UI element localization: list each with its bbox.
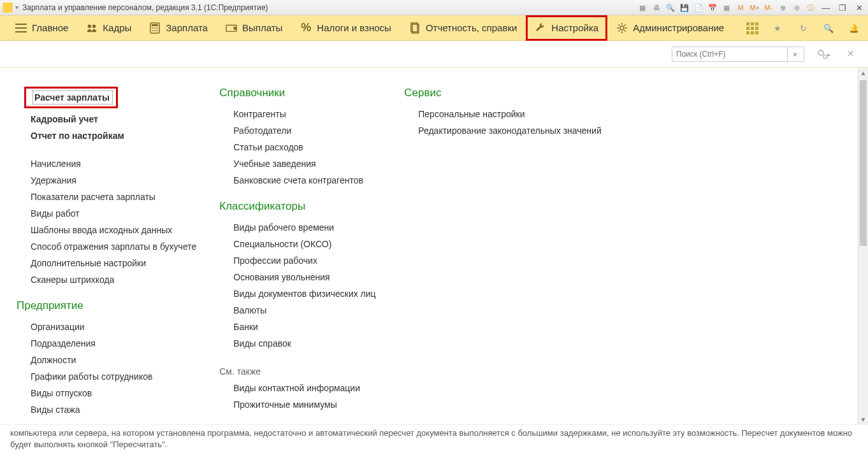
link-departments[interactable]: Подразделения: [13, 335, 196, 352]
toolbar-calendar-icon[interactable]: 📅: [707, 3, 718, 13]
menu-salary[interactable]: Зарплата: [140, 15, 217, 41]
main-menubar: Главное Кадры Зарплата Выплаты % Налоги …: [0, 15, 868, 41]
link-accounting-reflection[interactable]: Способ отражения зарплаты в бухучете: [13, 238, 196, 255]
link-salary-calc[interactable]: Расчет зарплаты: [33, 90, 113, 104]
apps-grid-icon[interactable]: [746, 22, 758, 34]
link-worker-professions[interactable]: Профессии рабочих: [215, 252, 381, 269]
search-clear-button[interactable]: ×: [787, 47, 802, 61]
svg-point-6: [157, 27, 158, 29]
toolbar-zoomin-icon[interactable]: ⊕: [778, 3, 788, 13]
svg-point-7: [152, 30, 154, 31]
toolbar-mminus-icon[interactable]: M-: [763, 3, 774, 13]
link-counterparty-accounts[interactable]: Банковские счета контрагентов: [215, 172, 381, 189]
group-service: Сервис: [404, 87, 601, 99]
group-enterprise: Предприятие: [17, 299, 196, 312]
menu-admin[interactable]: Администрирование: [607, 15, 733, 41]
menu-taxes-label: Налоги и взносы: [317, 22, 391, 33]
search-box: ×: [672, 47, 804, 62]
wallet-icon: [226, 22, 237, 34]
menu-reports[interactable]: Отчетность, справки: [400, 15, 526, 41]
menu-hr[interactable]: Кадры: [77, 15, 140, 41]
window-close-button[interactable]: ✕: [853, 2, 865, 13]
link-cert-types[interactable]: Виды справок: [215, 335, 381, 352]
link-hr-record[interactable]: Кадровый учет: [13, 111, 196, 127]
column-3: Сервис Персональные настройки Редактиров…: [400, 87, 601, 418]
toolbar-calc-icon[interactable]: ▦: [637, 3, 647, 13]
group-catalogs: Справочники: [219, 87, 381, 99]
link-work-types[interactable]: Виды работ: [13, 205, 196, 222]
link-document-types[interactable]: Виды документов физических лиц: [215, 285, 381, 302]
link-personal-settings[interactable]: Персональные настройки: [400, 106, 601, 122]
star-icon[interactable]: ★: [771, 22, 784, 34]
titlebar-dropdown-icon[interactable]: ▾: [15, 4, 18, 11]
menu-payments[interactable]: Выплаты: [217, 15, 291, 41]
history-icon[interactable]: ↻: [797, 22, 809, 34]
toolbar-preview-icon[interactable]: 🔍: [665, 3, 676, 13]
column-2: Справочники Контрагенты Работодатели Ста…: [215, 87, 381, 418]
window-minimize-button[interactable]: —: [820, 2, 832, 13]
toolbar-mplus-icon[interactable]: M+: [749, 3, 760, 13]
link-salary-indicators[interactable]: Показатели расчета зарплаты: [13, 189, 196, 205]
view-settings-button[interactable]: [813, 46, 835, 62]
svg-point-0: [88, 24, 91, 27]
bell-icon[interactable]: 🔔: [848, 22, 860, 34]
link-edit-law-values[interactable]: Редактирование законодательных значений: [400, 122, 601, 139]
link-currencies[interactable]: Валюты: [215, 302, 381, 319]
link-deductions[interactable]: Удержания: [13, 172, 196, 189]
link-organizations[interactable]: Организации: [13, 319, 196, 335]
scroll-down-icon[interactable]: ▼: [858, 414, 868, 424]
menu-payments-label: Выплаты: [242, 22, 282, 33]
link-positions[interactable]: Должности: [13, 352, 196, 368]
menu-main[interactable]: Главное: [6, 15, 77, 41]
group-seealso: См. также: [215, 363, 381, 380]
panel-close-button[interactable]: ×: [847, 47, 854, 61]
link-work-schedules[interactable]: Графики работы сотрудников: [13, 368, 196, 385]
link-banks[interactable]: Банки: [215, 319, 381, 335]
toolbar-copy-icon[interactable]: 📄: [693, 3, 704, 13]
app-logo-icon: [3, 3, 13, 13]
menu-taxes[interactable]: % Налоги и взносы: [291, 15, 400, 41]
gear-icon: [616, 22, 628, 34]
link-expense-items[interactable]: Статьи расходов: [215, 139, 381, 155]
search-row: × ×: [0, 41, 868, 68]
link-contact-info-types[interactable]: Виды контактной информации: [215, 380, 381, 396]
percent-icon: %: [300, 22, 312, 34]
scroll-thumb[interactable]: [860, 80, 867, 246]
toolbar-save-icon[interactable]: 💾: [679, 3, 690, 13]
content-area: Расчет зарплаты Кадровый учет Отчет по н…: [0, 68, 868, 424]
menu-hr-label: Кадры: [103, 22, 131, 33]
link-barcode-scanners[interactable]: Сканеры штрихкода: [13, 271, 196, 288]
link-subsistence-min[interactable]: Прожиточные минимумы: [215, 396, 381, 413]
menu-salary-label: Зарплата: [166, 22, 208, 33]
search-input[interactable]: [672, 50, 787, 59]
link-input-templates[interactable]: Шаблоны ввода исходных данных: [13, 222, 196, 238]
menu-settings[interactable]: Настройка: [526, 15, 607, 41]
window-restore-button[interactable]: ❐: [836, 2, 849, 13]
link-vacation-types[interactable]: Виды отпусков: [13, 385, 196, 401]
menu-main-label: Главное: [32, 22, 68, 33]
svg-point-1: [92, 24, 96, 27]
footer-text: компьютера или сервера, на котором устан…: [0, 424, 868, 460]
link-employers[interactable]: Работодатели: [215, 122, 381, 139]
link-settings-report[interactable]: Отчет по настройкам: [13, 127, 196, 144]
vertical-scrollbar[interactable]: ▲ ▼: [858, 68, 868, 424]
svg-point-4: [152, 27, 154, 29]
link-schools[interactable]: Учебные заведения: [215, 155, 381, 172]
link-dismissal-reasons[interactable]: Основания увольнения: [215, 269, 381, 285]
link-accruals[interactable]: Начисления: [13, 155, 196, 172]
svg-point-9: [157, 30, 158, 31]
toolbar-m-icon[interactable]: M: [735, 3, 746, 13]
scroll-up-icon[interactable]: ▲: [858, 68, 868, 78]
window-title: Зарплата и управление персоналом, редакц…: [22, 3, 268, 12]
link-worktime-types[interactable]: Виды рабочего времени: [215, 219, 381, 236]
toolbar-print-icon[interactable]: 🖶: [651, 3, 662, 13]
link-additional-settings[interactable]: Дополнительные настройки: [13, 255, 196, 271]
link-counterparties[interactable]: Контрагенты: [215, 106, 381, 122]
people-icon: [86, 22, 98, 34]
search-icon[interactable]: 🔍: [822, 22, 835, 34]
link-specialties[interactable]: Специальности (ОКСО): [215, 236, 381, 252]
link-seniority-types[interactable]: Виды стажа: [13, 401, 196, 418]
toolbar-zoomout-icon[interactable]: ⊖: [792, 3, 802, 13]
toolbar-info-icon[interactable]: ⓘ: [806, 3, 816, 13]
toolbar-grid-icon[interactable]: ▦: [721, 3, 732, 13]
